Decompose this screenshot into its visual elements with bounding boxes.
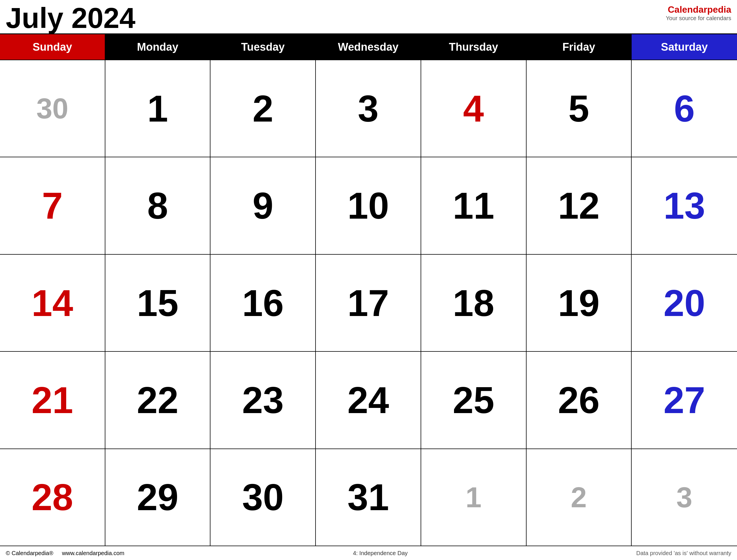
calendar-cell-4-1[interactable]: 21 (0, 352, 105, 448)
day-header-tuesday: Tuesday (211, 34, 316, 60)
calendar-row-4: 21222324252627 (0, 352, 737, 449)
day-header-friday: Friday (526, 34, 632, 60)
calendar-container: SundayMondayTuesdayWednesdayThursdayFrid… (0, 33, 737, 546)
calendar-cell-2-5[interactable]: 11 (421, 157, 526, 254)
calendar-cell-1-7[interactable]: 6 (632, 60, 737, 157)
calendar-grid: 3012345678910111213141516171819202122232… (0, 60, 737, 546)
calendar-cell-1-3[interactable]: 2 (211, 60, 316, 157)
footer-website: www.calendarpedia.com (62, 550, 124, 557)
calendar-cell-3-6[interactable]: 19 (526, 255, 632, 351)
page-wrapper: July 2024 Calendarpedia Your source for … (0, 0, 737, 560)
calendar-cell-5-4[interactable]: 31 (316, 449, 421, 546)
month-title: July 2024 (6, 3, 135, 33)
calendar-cell-4-7[interactable]: 27 (632, 352, 737, 448)
brand-name: Calendarpedia (666, 4, 731, 15)
brand-logo: Calendarpedia Your source for calendars (666, 3, 731, 22)
calendar-cell-2-2[interactable]: 8 (105, 157, 211, 254)
calendar-row-3: 14151617181920 (0, 255, 737, 352)
calendar-footer: © Calendarpedia® www.calendarpedia.com 4… (0, 546, 737, 560)
calendar-cell-5-6[interactable]: 2 (526, 449, 632, 546)
calendar-cell-3-2[interactable]: 15 (105, 255, 211, 351)
calendar-cell-2-7[interactable]: 13 (632, 157, 737, 254)
calendar-row-2: 78910111213 (0, 157, 737, 254)
calendar-cell-4-3[interactable]: 23 (211, 352, 316, 448)
calendar-cell-1-2[interactable]: 1 (105, 60, 211, 157)
calendar-cell-5-7[interactable]: 3 (632, 449, 737, 546)
footer-copyright: © Calendarpedia® (6, 550, 53, 557)
calendar-cell-4-6[interactable]: 26 (526, 352, 632, 448)
calendar-cell-3-4[interactable]: 17 (316, 255, 421, 351)
calendar-cell-3-7[interactable]: 20 (632, 255, 737, 351)
calendar-cell-5-3[interactable]: 30 (211, 449, 316, 546)
day-header-saturday: Saturday (632, 34, 737, 60)
calendar-cell-5-2[interactable]: 29 (105, 449, 211, 546)
calendar-cell-5-5[interactable]: 1 (421, 449, 526, 546)
footer-left: © Calendarpedia® www.calendarpedia.com (6, 550, 124, 557)
day-header-monday: Monday (105, 34, 211, 60)
calendar-cell-4-4[interactable]: 24 (316, 352, 421, 448)
calendar-cell-5-1[interactable]: 28 (0, 449, 105, 546)
footer-holiday-note: 4: Independence Day (353, 550, 408, 557)
calendar-cell-1-5[interactable]: 4 (421, 60, 526, 157)
brand-tagline: Your source for calendars (666, 15, 731, 22)
calendar-cell-1-6[interactable]: 5 (526, 60, 632, 157)
brand-name-accent: pedia (707, 4, 731, 15)
calendar-header: July 2024 Calendarpedia Your source for … (0, 0, 737, 33)
day-header-thursday: Thursday (421, 34, 526, 60)
calendar-cell-4-2[interactable]: 22 (105, 352, 211, 448)
calendar-cell-3-5[interactable]: 18 (421, 255, 526, 351)
day-header-wednesday: Wednesday (316, 34, 421, 60)
day-headers: SundayMondayTuesdayWednesdayThursdayFrid… (0, 34, 737, 60)
calendar-cell-4-5[interactable]: 25 (421, 352, 526, 448)
calendar-row-1: 30123456 (0, 60, 737, 157)
calendar-cell-2-6[interactable]: 12 (526, 157, 632, 254)
calendar-row-5: 28293031123 (0, 449, 737, 546)
calendar-cell-3-3[interactable]: 16 (211, 255, 316, 351)
calendar-cell-1-4[interactable]: 3 (316, 60, 421, 157)
day-header-sunday: Sunday (0, 34, 105, 60)
calendar-cell-2-3[interactable]: 9 (211, 157, 316, 254)
calendar-cell-2-1[interactable]: 7 (0, 157, 105, 254)
calendar-cell-1-1[interactable]: 30 (0, 60, 105, 157)
footer-disclaimer: Data provided 'as is' without warranty (636, 550, 731, 557)
brand-name-first: Calendar (668, 4, 707, 15)
calendar-cell-3-1[interactable]: 14 (0, 255, 105, 351)
calendar-cell-2-4[interactable]: 10 (316, 157, 421, 254)
